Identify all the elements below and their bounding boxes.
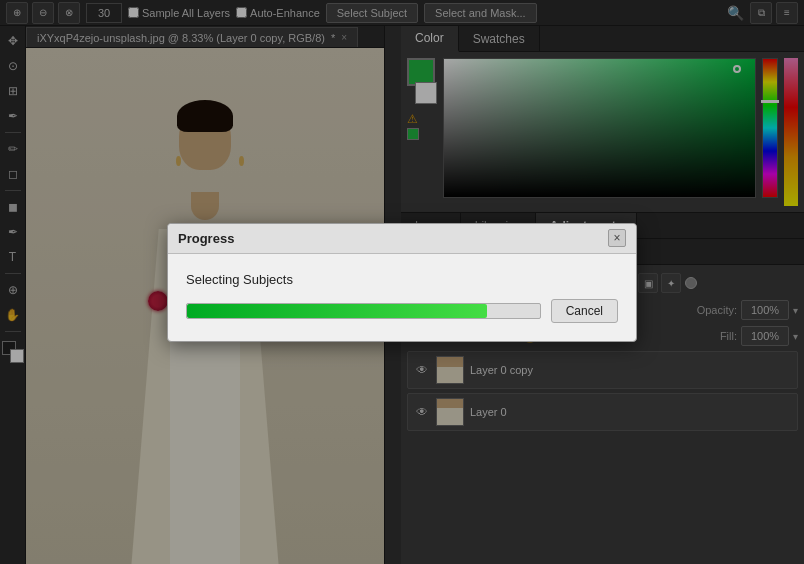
dialog-body: Selecting Subjects Cancel [168,254,636,341]
progress-bar-container [186,303,541,319]
dialog-progress-row: Cancel [186,299,618,323]
dialog-close-button[interactable]: × [608,229,626,247]
dialog-cancel-button[interactable]: Cancel [551,299,618,323]
dialog-title: Progress [178,231,234,246]
dialog-status-text: Selecting Subjects [186,272,618,287]
progress-bar-fill [187,304,487,318]
dialog-overlay: Progress × Selecting Subjects Cancel [0,0,804,564]
dialog-titlebar: Progress × [168,224,636,254]
progress-dialog: Progress × Selecting Subjects Cancel [167,223,637,342]
